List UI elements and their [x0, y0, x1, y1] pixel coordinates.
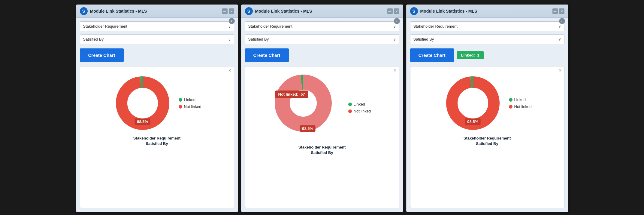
- dropdown-3-sat-arrow: ∨: [558, 37, 561, 41]
- panel-3-title: Module Link Statistics - MLS: [420, 9, 550, 14]
- dropdown-1-req-label: Stakeholder Requirement: [83, 24, 127, 29]
- chart-title-line2-2: Satisfied By: [311, 150, 333, 155]
- panel-3-logo: S: [410, 7, 418, 15]
- panel-2-title: Module Link Statistics - MLS: [255, 9, 385, 14]
- legend-label-not-linked-2: Not linked: [354, 109, 371, 113]
- legend-not-linked-3: Not linked: [509, 104, 532, 109]
- donut-svg-2: [273, 73, 333, 133]
- tooltip-text-3: Linked:: [461, 53, 475, 57]
- chart-title-2: Stakeholder Requirement Satisfied By: [298, 145, 346, 155]
- dropdown-3-sat[interactable]: Satisfied By ∨: [410, 34, 564, 44]
- panel-1-header-icons: — ✕: [222, 8, 234, 14]
- minimize-icon[interactable]: —: [222, 8, 228, 14]
- chart-title-3: Stakeholder Requirement Satisfied By: [464, 136, 511, 146]
- tooltip-value-3: 1: [477, 53, 479, 57]
- dropdown-2-req[interactable]: Stakeholder Requirement ∨: [245, 21, 399, 31]
- dropdown-2-sat-label: Satisfied By: [248, 37, 269, 41]
- svg-point-4: [452, 82, 494, 124]
- tooltip-linked-3: Linked: 1: [457, 51, 484, 59]
- panel-3-body: Stakeholder Requirement ∨ Satisfied By ∨…: [407, 18, 568, 212]
- info-badge-3[interactable]: i: [559, 18, 565, 24]
- legend-linked-2: Linked: [348, 102, 371, 106]
- dropdown-2-req-arrow: ∨: [393, 24, 396, 29]
- dropdown-3-req-arrow: ∨: [558, 24, 561, 29]
- chart-legend-1: Linked Not linked: [179, 97, 201, 109]
- info-badge-2[interactable]: i: [394, 18, 400, 24]
- legend-label-not-linked-1: Not linked: [184, 104, 201, 109]
- legend-label-not-linked-3: Not linked: [514, 104, 532, 109]
- dropdown-3-req[interactable]: Stakeholder Requirement ∨: [410, 21, 564, 31]
- close-icon-2[interactable]: ✕: [394, 8, 399, 14]
- chart-legend-3: Linked Not linked: [509, 97, 532, 109]
- panel-1-body: Stakeholder Requirement ∨ Satisfied By ∨…: [76, 18, 238, 212]
- dropdown-1-req[interactable]: Stakeholder Requirement ∨: [80, 21, 234, 31]
- dropdown-3-sat-label: Satisfied By: [413, 37, 434, 41]
- panel-1-title: Module Link Statistics - MLS: [90, 9, 220, 14]
- chart-container-1: ✕ 98.5% Linked: [80, 66, 234, 208]
- donut-label-1: 98.5%: [135, 118, 150, 125]
- legend-label-linked-2: Linked: [354, 102, 365, 106]
- chart-title-1: Stakeholder Requirement Satisfied By: [133, 136, 181, 146]
- create-chart-btn-1[interactable]: Create Chart: [80, 48, 124, 62]
- info-badge-1[interactable]: i: [229, 18, 235, 24]
- dropdown-2-sat[interactable]: Satisfied By ∨: [245, 34, 399, 44]
- panel-2: S Module Link Statistics - MLS — ✕ i Sta…: [241, 5, 403, 212]
- tooltip-value-2: 67: [301, 92, 305, 97]
- chart-legend-2: Linked Not linked: [348, 102, 371, 113]
- panel-3-header: S Module Link Statistics - MLS — ✕: [407, 5, 568, 18]
- panel-1-header: S Module Link Statistics - MLS — ✕: [76, 5, 238, 18]
- legend-dot-not-linked-3: [509, 105, 512, 109]
- legend-dot-linked-2: [348, 103, 352, 106]
- panel-2-header-icons: — ✕: [387, 8, 399, 14]
- donut-label-3: 98.5%: [465, 118, 481, 125]
- chart-area-1: 98.5% Linked Not linked: [84, 73, 230, 133]
- svg-point-0: [122, 82, 164, 124]
- chart-area-2: 98.5% Linked Not linked: [249, 73, 395, 142]
- chart-title-line2-3: Satisfied By: [476, 141, 498, 146]
- chart-close-1[interactable]: ✕: [228, 68, 231, 73]
- panel-2-logo: S: [245, 7, 253, 15]
- panel-3-header-icons: — ✕: [552, 8, 564, 14]
- panel-2-header: S Module Link Statistics - MLS — ✕: [241, 5, 403, 18]
- tooltip-text-2: Not linked:: [278, 92, 298, 97]
- dropdown-2-req-label: Stakeholder Requirement: [248, 24, 292, 29]
- minimize-icon-3[interactable]: —: [552, 8, 558, 14]
- legend-not-linked-2: Not linked: [348, 109, 371, 113]
- button-tooltip-wrapper-3: Create Chart Linked: 1: [410, 47, 564, 63]
- dropdown-2-sat-arrow: ∨: [393, 37, 396, 41]
- donut-chart-1: 98.5%: [113, 73, 173, 133]
- create-chart-btn-3[interactable]: Create Chart: [410, 48, 454, 62]
- dropdown-1-req-arrow: ∨: [228, 24, 231, 29]
- dropdown-1-sat[interactable]: Satisfied By ∨: [80, 34, 234, 44]
- donut-chart-2: 98.5%: [273, 73, 342, 142]
- legend-dot-not-linked-2: [348, 109, 352, 113]
- chart-close-2[interactable]: ✕: [393, 68, 397, 73]
- chart-container-2: ✕ Not linked: 67 98.5% Linked: [245, 66, 399, 208]
- panel-3: S Module Link Statistics - MLS — ✕ i Sta…: [406, 5, 568, 212]
- chart-container-3: ✕ 98.5% Linked Not linked: [410, 66, 564, 208]
- donut-label-2: 98.5%: [300, 125, 316, 132]
- chart-close-3[interactable]: ✕: [558, 68, 562, 73]
- legend-label-linked-1: Linked: [184, 97, 195, 102]
- minimize-icon-2[interactable]: —: [387, 8, 393, 14]
- chart-title-line1-2: Stakeholder Requirement: [298, 145, 346, 149]
- chart-title-line1-3: Stakeholder Requirement: [464, 136, 511, 140]
- chart-area-3: 98.5% Linked Not linked: [414, 73, 561, 133]
- legend-label-linked-3: Linked: [514, 97, 526, 102]
- close-icon-3[interactable]: ✕: [559, 8, 564, 14]
- dropdown-1-sat-label: Satisfied By: [83, 37, 104, 41]
- close-icon[interactable]: ✕: [229, 8, 234, 14]
- tooltip-not-linked-2: Not linked: 67: [275, 91, 308, 98]
- legend-linked-1: Linked: [179, 97, 201, 102]
- legend-dot-linked-3: [509, 98, 512, 102]
- donut-chart-3: 98.5%: [443, 73, 503, 133]
- legend-dot-linked-1: [179, 98, 182, 102]
- legend-not-linked-1: Not linked: [179, 104, 201, 109]
- legend-linked-3: Linked: [509, 97, 532, 102]
- dropdown-1-sat-arrow: ∨: [228, 37, 231, 41]
- panel-1-logo: S: [80, 7, 88, 15]
- panel-2-body: Stakeholder Requirement ∨ Satisfied By ∨…: [241, 18, 403, 212]
- create-chart-btn-2[interactable]: Create Chart: [245, 48, 289, 62]
- chart-title-line1-1: Stakeholder Requirement: [133, 136, 181, 140]
- panel-1: S Module Link Statistics - MLS — ✕ i Sta…: [76, 5, 238, 212]
